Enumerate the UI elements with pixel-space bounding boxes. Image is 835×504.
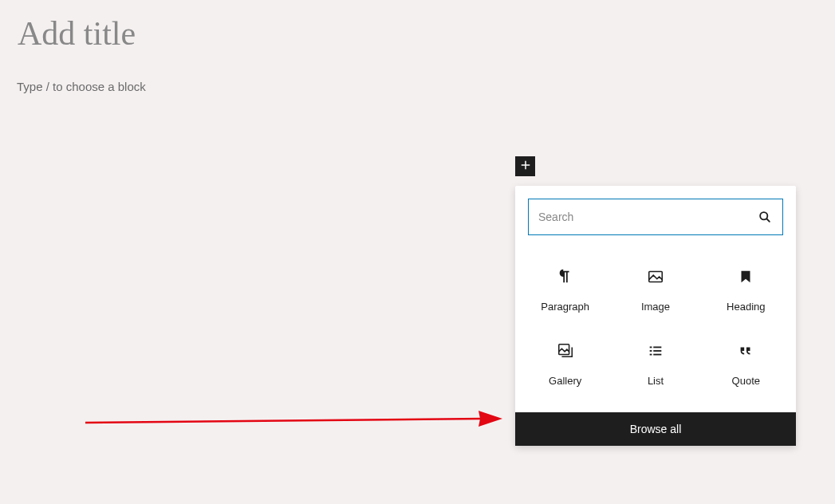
blocks-grid: Paragraph Image Heading <box>515 243 796 412</box>
svg-line-10 <box>85 419 482 423</box>
quote-icon <box>736 341 755 360</box>
annotation-arrow <box>84 403 502 435</box>
list-icon <box>646 341 665 360</box>
svg-rect-5 <box>653 347 661 348</box>
image-icon <box>646 267 665 286</box>
block-paragraph[interactable]: Paragraph <box>522 253 609 324</box>
svg-line-1 <box>767 219 770 222</box>
browse-all-button[interactable]: Browse all <box>515 412 796 446</box>
block-label: Paragraph <box>541 301 589 313</box>
body-placeholder-text[interactable]: Type / to choose a block <box>17 80 146 93</box>
block-label: Quote <box>732 375 760 387</box>
block-quote[interactable]: Quote <box>703 327 790 398</box>
search-icon <box>757 209 773 225</box>
search-box[interactable] <box>528 199 783 235</box>
block-inserter-panel: Paragraph Image Heading <box>515 186 796 446</box>
heading-icon <box>736 267 755 286</box>
svg-rect-6 <box>650 350 652 352</box>
svg-marker-11 <box>479 411 502 427</box>
search-container <box>515 186 796 243</box>
block-label: Heading <box>727 301 765 313</box>
plus-icon <box>518 158 533 175</box>
svg-rect-4 <box>650 347 652 348</box>
add-block-button[interactable] <box>515 156 535 176</box>
gallery-icon <box>556 341 575 360</box>
block-label: List <box>648 375 664 387</box>
block-gallery[interactable]: Gallery <box>522 327 609 398</box>
svg-rect-9 <box>653 354 661 356</box>
search-input[interactable] <box>538 211 757 223</box>
block-label: Gallery <box>549 375 581 387</box>
block-heading[interactable]: Heading <box>703 253 790 324</box>
block-list[interactable]: List <box>612 327 699 398</box>
paragraph-icon <box>556 267 575 286</box>
block-image[interactable]: Image <box>612 253 699 324</box>
block-label: Image <box>641 301 670 313</box>
post-title-input[interactable] <box>18 14 416 53</box>
svg-rect-7 <box>653 350 661 352</box>
svg-rect-8 <box>650 354 652 356</box>
